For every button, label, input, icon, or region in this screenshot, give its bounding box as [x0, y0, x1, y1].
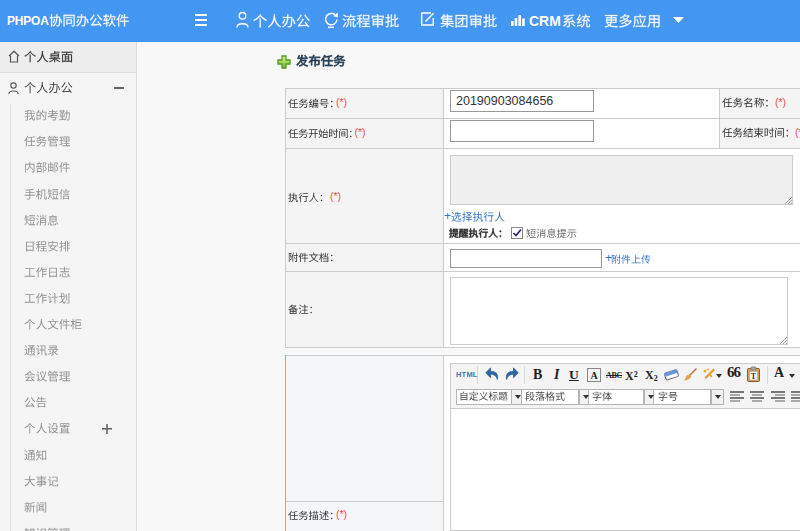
svg-text:T: T: [751, 372, 757, 381]
